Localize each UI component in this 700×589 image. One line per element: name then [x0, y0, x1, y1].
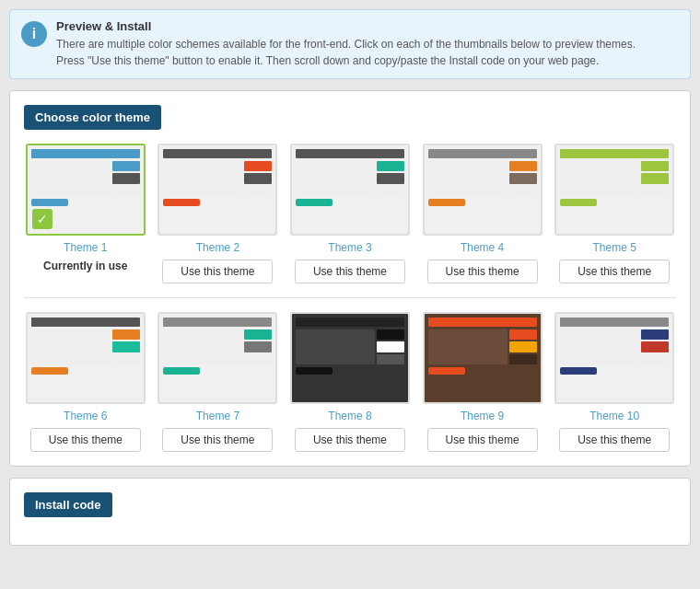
- info-icon: i: [21, 21, 47, 47]
- theme-item-2: Theme 2 Use this theme: [157, 144, 280, 283]
- theme-item-1: ✓ Theme 1 Currently in use: [24, 144, 147, 283]
- theme-10-name: Theme 10: [589, 410, 639, 422]
- theme-thumbnail-9[interactable]: [423, 312, 542, 404]
- theme-4-name: Theme 4: [461, 241, 504, 254]
- theme-item-3: Theme 3 Use this theme: [288, 144, 412, 283]
- info-box: i Preview & Install There are multiple c…: [9, 9, 691, 79]
- use-theme-3-button[interactable]: Use this theme: [295, 260, 405, 283]
- theme-7-name: Theme 7: [196, 410, 239, 422]
- theme-item-7: Theme 7 Use this theme: [157, 312, 280, 452]
- theme-thumbnail-5[interactable]: [554, 144, 674, 236]
- theme-thumbnail-1[interactable]: ✓: [26, 144, 146, 236]
- row-divider: [24, 297, 676, 298]
- theme-item-8: Theme 8 Use this theme: [288, 312, 412, 452]
- theme-3-name: Theme 3: [328, 241, 371, 254]
- install-panel: Install code: [9, 478, 691, 546]
- theme-6-name: Theme 6: [64, 410, 107, 422]
- info-description: There are multiple color schemes availab…: [56, 36, 679, 69]
- theme-thumbnail-8[interactable]: [290, 312, 410, 404]
- theme-2-name: Theme 2: [196, 241, 239, 254]
- theme-item-5: Theme 5 Use this theme: [553, 144, 676, 283]
- page-wrapper: i Preview & Install There are multiple c…: [0, 0, 700, 555]
- install-section-header: Install code: [24, 492, 112, 517]
- theme-1-status: Currently in use: [43, 260, 127, 272]
- use-theme-4-button[interactable]: Use this theme: [427, 260, 538, 283]
- theme-item-10: Theme 10 Use this theme: [553, 312, 676, 452]
- info-text: Preview & Install There are multiple col…: [56, 19, 679, 69]
- theme-item-4: Theme 4 Use this theme: [421, 144, 544, 283]
- theme-thumbnail-10[interactable]: [554, 312, 674, 404]
- use-theme-8-button[interactable]: Use this theme: [295, 428, 405, 452]
- theme-thumbnail-2[interactable]: [158, 144, 277, 236]
- theme-thumbnail-3[interactable]: [290, 144, 410, 236]
- theme-5-name: Theme 5: [593, 241, 636, 254]
- use-theme-7-button[interactable]: Use this theme: [162, 428, 273, 452]
- choose-section-header: Choose color theme: [24, 105, 161, 130]
- use-theme-5-button[interactable]: Use this theme: [559, 260, 670, 283]
- theme-thumbnail-7[interactable]: [158, 312, 277, 404]
- theme-9-name: Theme 9: [461, 410, 504, 422]
- active-check-icon: ✓: [32, 209, 52, 229]
- theme-8-name: Theme 8: [328, 410, 371, 422]
- theme-item-9: Theme 9 Use this theme: [421, 312, 544, 452]
- use-theme-6-button[interactable]: Use this theme: [30, 428, 141, 452]
- theme-thumbnail-4[interactable]: [423, 144, 542, 236]
- info-title: Preview & Install: [56, 19, 679, 33]
- use-theme-10-button[interactable]: Use this theme: [559, 428, 670, 452]
- theme-1-name: Theme 1: [64, 241, 107, 254]
- main-panel: Choose color theme: [9, 90, 691, 467]
- themes-grid-row1: ✓ Theme 1 Currently in use: [24, 144, 676, 283]
- theme-item-6: Theme 6 Use this theme: [24, 312, 147, 452]
- use-theme-9-button[interactable]: Use this theme: [427, 428, 538, 452]
- theme-thumbnail-6[interactable]: [26, 312, 146, 404]
- themes-grid-row2: Theme 6 Use this theme: [24, 312, 676, 452]
- use-theme-2-button[interactable]: Use this theme: [162, 260, 273, 283]
